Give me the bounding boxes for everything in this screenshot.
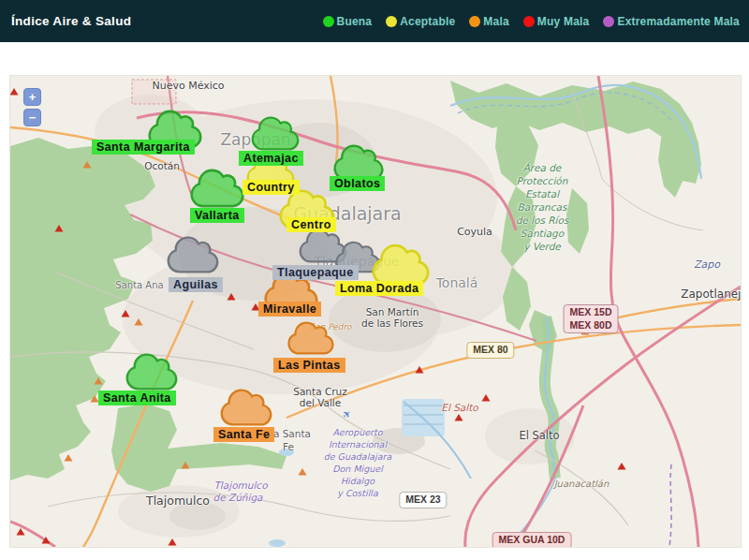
legend-item-extremadamente-mala: Extremadamente Mala (603, 15, 740, 28)
legend-item-buena: Buena (323, 15, 373, 28)
road-badge-line: MEX 80 (473, 344, 507, 357)
aqi-marker-label-santa-fe[interactable]: Santa Fe (213, 427, 274, 442)
aqi-marker-aguilas[interactable] (167, 236, 219, 277)
map-label-coyula: Coyula (457, 226, 492, 238)
air-quality-map[interactable]: Nuevo MéxicoOcotánZapopanGuadalajaraTlaq… (9, 75, 742, 548)
aqi-marker-atemajac[interactable] (251, 116, 300, 155)
road-badge-mex-gua-10d: MEX GUA 10D (492, 532, 572, 548)
map-label-estatal: Estatal (525, 188, 559, 199)
legend-dot-aceptable (386, 16, 397, 27)
map-label-santa-cruz: Santa Cruz (293, 386, 346, 397)
app-header: Índice Aire & Salud BuenaAceptableMalaMu… (0, 0, 749, 42)
cloud-icon (372, 243, 430, 286)
aqi-marker-santa-anita[interactable] (125, 353, 178, 394)
road-badge-mex-23: MEX 23 (399, 492, 447, 508)
cloud-icon (190, 169, 244, 208)
map-label-zapotlanejo: Zapotlanejo (681, 287, 742, 301)
legend: BuenaAceptableMalaMuy MalaExtremadamente… (323, 15, 740, 28)
map-label-santiago: Santiago (521, 228, 564, 239)
legend-label: Mala (483, 15, 508, 28)
aqi-marker-label-centro[interactable]: Centro (286, 217, 336, 232)
legend-item-aceptable: Aceptable (386, 15, 455, 28)
legend-item-mala: Mala (469, 15, 508, 28)
aqi-marker-label-loma-dorada[interactable]: Loma Dorada (335, 281, 423, 296)
zoom-control: + − (23, 88, 41, 126)
map-label-juanacatl-n: Juanacatlán (554, 479, 609, 489)
map-label-de-guadalajara: de Guadalajara (324, 451, 392, 462)
aqi-marker-label-las-pintas[interactable]: Las Pintas (273, 358, 345, 373)
map-label-ocot-n: Ocotán (144, 160, 180, 171)
map-label-barrancas: Barrancas (518, 201, 567, 213)
legend-dot-muy-mala (523, 16, 535, 27)
road-badge-line: MEX GUA 10D (499, 534, 565, 547)
aqi-marker-label-country[interactable]: Country (242, 180, 300, 195)
map-label-tlajomulco: Tlajomulco (213, 479, 267, 491)
aqi-marker-label-oblatos[interactable]: Oblatos (330, 176, 385, 191)
road-badge-mex-80: MEX 80 (466, 342, 514, 359)
road-badge-line: MEX 15D (570, 306, 612, 319)
cloud-icon (251, 116, 300, 151)
cloud-icon (333, 144, 384, 181)
aqi-marker-label-miravalle[interactable]: Miravalle (258, 302, 321, 317)
map-label-de-z-iga: de Zúñiga (213, 492, 263, 503)
map-label-don-miguel: Don Miguel (332, 464, 383, 474)
aqi-marker-las-pintas[interactable] (287, 321, 334, 359)
map-label-y-verde: y Verde (523, 241, 561, 252)
aqi-marker-vallarta[interactable] (190, 169, 244, 212)
app-title: Índice Aire & Salud (11, 14, 131, 28)
legend-dot-mala (469, 16, 480, 27)
cloud-icon (125, 353, 178, 391)
legend-label: Extremadamente Mala (617, 15, 740, 28)
map-label-tlajomulco: Tlajomulco (146, 494, 210, 508)
map-label-y-costilla: y Costilla (337, 488, 378, 498)
legend-dot-extremadamente-mala (603, 16, 614, 27)
cloud-icon (287, 321, 334, 355)
cloud-icon (167, 236, 219, 273)
map-label-hidalgo: Hidalgo (341, 476, 374, 486)
map-label-el-salto: El Salto (441, 402, 477, 413)
legend-label: Muy Mala (537, 15, 590, 28)
map-label-del-valle: del Valle (300, 397, 341, 408)
road-badge-line: MEX 80D (570, 319, 612, 332)
aqi-marker-label-aguilas[interactable]: Aguilas (169, 277, 223, 292)
map-label-zapo: Zapo (694, 258, 720, 271)
aqi-marker-label-atemajac[interactable]: Atemajac (239, 151, 303, 166)
map-label-protecci-n: Protección (517, 175, 568, 186)
map-label-internacional: Internacional (329, 439, 387, 449)
map-label-rea-de: Área de (523, 162, 562, 173)
road-badge-line: MEX 23 (405, 494, 440, 507)
legend-label: Aceptable (400, 15, 455, 28)
aqi-marker-label-santa-margarita[interactable]: Santa Margarita (92, 140, 195, 155)
zoom-in-button[interactable]: + (23, 88, 41, 106)
map-label-aeropuerto: Aeropuerto (332, 427, 382, 437)
road-badge-mex-15d-80d: MEX 15DMEX 80D (564, 304, 619, 333)
legend-dot-buena (323, 16, 334, 27)
map-label-nuevo-m-xico: Nuevo México (152, 80, 224, 92)
aqi-marker-santa-fe[interactable] (220, 389, 272, 430)
map-label-de-las-flores: de las Flores (361, 317, 423, 329)
map-label-de-los-r-os: de los Ríos (516, 214, 569, 226)
aqi-marker-label-vallarta[interactable]: Vallarta (190, 208, 244, 223)
map-label-tonal: Tonalá (436, 275, 478, 290)
map-label-fe: Fe (283, 441, 294, 452)
legend-label: Buena (337, 15, 373, 28)
map-label-el-salto: El Salto (519, 429, 559, 442)
map-label-santa-ana: Santa Ana (115, 280, 163, 290)
map-label-san-mart-n: San Martín (366, 306, 419, 317)
zoom-out-button[interactable]: − (23, 109, 41, 126)
legend-item-muy-mala: Muy Mala (523, 15, 590, 28)
aqi-marker-label-tlaquepaque[interactable]: Tlaquepaque (272, 265, 359, 280)
aqi-marker-label-santa-anita[interactable]: Santa Anita (98, 391, 176, 405)
cloud-icon (220, 389, 272, 426)
